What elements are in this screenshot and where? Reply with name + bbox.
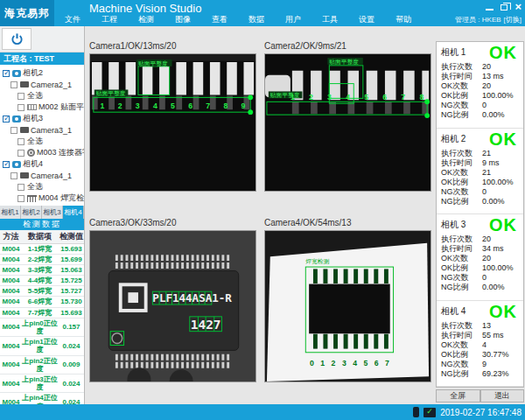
stat-value: 13	[482, 321, 491, 331]
close-icon[interactable]: ×	[514, 3, 522, 11]
stat-label: 执行时间	[441, 331, 482, 340]
camera3-image[interactable]: PLF144ASA1-R 1427	[89, 230, 256, 382]
stat-value: 9	[482, 360, 486, 369]
stat-value: 9 ms	[482, 158, 500, 168]
menu-image[interactable]: 图像	[164, 14, 201, 25]
menu-file[interactable]: 文件	[54, 14, 91, 25]
menu-inspect[interactable]: 检测	[128, 14, 164, 25]
checkbox[interactable]	[10, 127, 18, 134]
table-row[interactable]: M0046-6焊宽15.730	[0, 297, 85, 307]
checkbox[interactable]	[18, 150, 24, 157]
menu-view[interactable]: 查看	[201, 14, 238, 25]
camera4-panel: Camera4/OK/54ms/13 焊宽检测 0 1 2 3 4 5 6 7	[264, 218, 431, 405]
brand-logo: 海克易邦	[0, 0, 54, 26]
stat-value: 0	[482, 187, 486, 197]
tree-item-camera4-1[interactable]: Camera4_1	[0, 170, 84, 181]
tree-item-camera3[interactable]: 相机3	[0, 113, 84, 124]
detection-data-header: 检测数据	[0, 219, 84, 230]
stat-label: 执行次数	[441, 149, 482, 158]
fullscreen-button[interactable]: 全屏	[436, 389, 480, 402]
table-row[interactable]: M004上pin2正位度0.009	[0, 355, 85, 374]
table-row[interactable]: M004上pin4正位度0.024	[0, 393, 85, 404]
camera4-title: Camera4/OK/54ms/13	[264, 218, 431, 229]
camera4-image[interactable]: 焊宽检测 0 1 2 3 4 5 6 7	[264, 230, 431, 382]
clock: 2019-02-27 16:47:48	[440, 408, 522, 417]
exit-button[interactable]: 退出	[480, 389, 525, 402]
status-bar: 2019-02-27 16:47:48	[0, 404, 525, 420]
switch-user-link[interactable]: [切换]	[504, 15, 522, 24]
table-row[interactable]: M0045-5焊宽15.727	[0, 286, 85, 297]
inspection-label: 焊宽检测	[305, 258, 329, 265]
table-row[interactable]: M004上pin3正位度0.024	[0, 374, 85, 392]
checkbox[interactable]	[18, 195, 24, 202]
checkbox[interactable]	[18, 104, 24, 111]
menu-settings[interactable]: 设置	[348, 14, 385, 25]
monitor-check-icon	[424, 408, 436, 417]
tree-item-select-all[interactable]: 全选	[0, 90, 84, 102]
power-icon	[10, 32, 24, 46]
tab-camera1[interactable]: 相机1	[0, 206, 21, 219]
checkbox[interactable]	[10, 81, 18, 88]
tree-label: 全选	[27, 90, 43, 102]
tree-label: 相机4	[23, 158, 43, 170]
minimize-icon[interactable]	[486, 4, 494, 10]
stat-value: 21	[482, 149, 491, 158]
stat-label: OK次数	[441, 254, 482, 263]
toolbar-row	[0, 26, 84, 52]
table-row[interactable]: M0044-4焊宽15.725	[0, 276, 85, 286]
table-row[interactable]: M004上pin0正位度0.157	[0, 318, 85, 336]
restore-icon[interactable]	[500, 4, 508, 10]
table-row[interactable]: M004上pin1正位度0.024	[0, 337, 85, 355]
checkbox[interactable]	[3, 116, 10, 122]
col-value: 检测值	[58, 230, 85, 243]
menu-help[interactable]: 帮助	[385, 14, 422, 25]
stat-label: NG比例	[441, 110, 482, 120]
device-icon	[20, 172, 29, 178]
tab-camera3[interactable]: 相机3	[42, 206, 63, 219]
checkbox[interactable]	[10, 172, 18, 179]
menu-tools[interactable]: 工具	[312, 14, 348, 25]
gear-icon	[27, 149, 35, 157]
stat-value: 13 ms	[482, 72, 504, 81]
tree-item-m003[interactable]: M003 连接器字符	[0, 147, 84, 158]
device-icon	[20, 127, 29, 133]
tree-item-camera3-1[interactable]: Camera3_1	[0, 124, 84, 136]
tree-item-select-all[interactable]: 全选	[0, 136, 84, 147]
status-badge: OK	[489, 45, 517, 60]
stat-label: NG次数	[441, 273, 482, 283]
table-row[interactable]: M0041-1焊宽15.693	[0, 243, 85, 254]
table-row[interactable]: M0047-7焊宽15.693	[0, 307, 85, 318]
camera3-title: Camera3/OK/33ms/20	[89, 218, 256, 229]
stat-label: NG比例	[441, 197, 482, 206]
flatness-label: 贴面平整度	[329, 59, 359, 66]
tree-item-select-all[interactable]: 全选	[0, 181, 84, 192]
stat-label: OK次数	[441, 81, 482, 91]
checkbox[interactable]	[18, 184, 24, 191]
stat-value: 30.77%	[482, 350, 509, 360]
menu-user[interactable]: 用户	[275, 14, 312, 25]
stat-label: 执行时间	[441, 158, 482, 168]
tree-item-camera4[interactable]: 相机4	[0, 158, 84, 170]
admin-user-label: 管理员 : HKEB	[455, 15, 500, 24]
checkbox[interactable]	[3, 70, 10, 77]
stat-label: 执行次数	[441, 62, 482, 72]
tree-item-m004[interactable]: M004 焊宽检测	[0, 192, 84, 204]
camera1-image[interactable]: 贴面平整度 贴面平整度 1 2 3 4 5 6 7 8 9	[89, 53, 256, 192]
table-row[interactable]: M0043-3焊宽15.063	[0, 264, 85, 275]
tree-item-camera2[interactable]: 相机2	[0, 67, 84, 79]
checkbox[interactable]	[3, 161, 10, 168]
tab-camera2[interactable]: 相机2	[21, 206, 42, 219]
tree-item-camera2-1[interactable]: Camera2_1	[0, 79, 84, 90]
power-button[interactable]	[2, 28, 32, 50]
chip-date-code: 1427	[191, 316, 221, 331]
menu-data[interactable]: 数据	[238, 14, 275, 25]
table-row[interactable]: M0042-2焊宽15.699	[0, 254, 85, 264]
checkbox[interactable]	[18, 93, 24, 100]
camera-icon	[12, 161, 21, 168]
menu-project[interactable]: 工程	[91, 14, 128, 25]
tab-camera4[interactable]: 相机4	[63, 206, 84, 219]
tree-item-m002[interactable]: M002 贴面平整度	[0, 102, 84, 113]
camera2-image[interactable]: 贴面平整度 贴面平整度 1 2 3 4 5 6 7 8	[264, 53, 431, 192]
flatness-label: 贴面平整度	[138, 60, 168, 67]
checkbox[interactable]	[18, 138, 24, 145]
